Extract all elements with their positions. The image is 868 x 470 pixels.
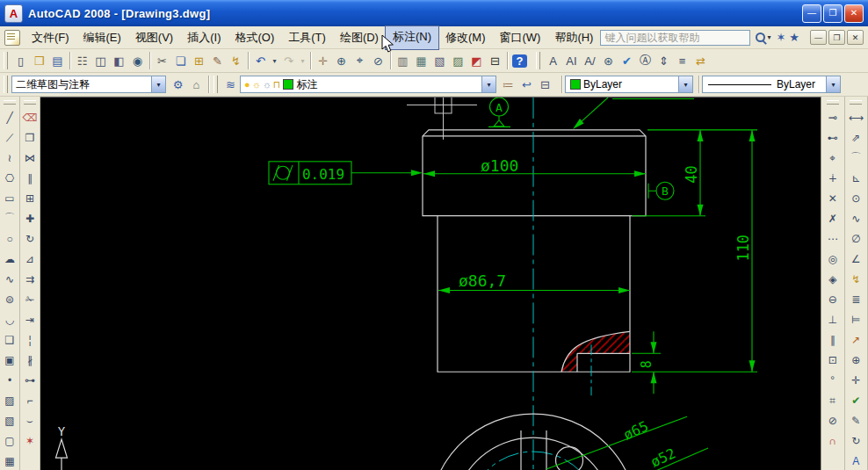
diameter-dimension-button[interactable]: ∅ [847, 228, 865, 249]
snap-endpoint-button[interactable]: ⌖ [823, 148, 842, 168]
arc-length-dimension-button[interactable]: ⌒ [847, 148, 865, 168]
jogged-dimension-button[interactable]: ∿ [847, 208, 865, 228]
copy-object-button[interactable]: ❐ [21, 127, 40, 148]
layer-properties-manager-button[interactable]: ≋ [221, 76, 240, 94]
undo-button[interactable]: ↶ [251, 52, 270, 70]
layer-vp-freeze-icon[interactable]: ☼ [263, 79, 271, 90]
table-button[interactable]: ▦ [1, 451, 19, 470]
menu-edit[interactable]: 编辑(E) [76, 26, 128, 49]
toolbar-grip[interactable] [24, 100, 36, 105]
gradient-button[interactable]: ▧ [1, 410, 19, 430]
paste-button[interactable]: ⊞ [190, 52, 208, 70]
communication-center-icon[interactable]: ✶ [776, 31, 785, 44]
angular-dimension-button[interactable]: ∠ [847, 249, 865, 269]
layer-freeze-icon[interactable]: ☼ [252, 79, 261, 90]
single-line-text-button[interactable]: AI [562, 52, 581, 70]
ellipse-arc-button[interactable]: ◡ [1, 309, 19, 329]
snap-quadrant-button[interactable]: ◈ [823, 269, 842, 289]
undo-dropdown-button[interactable]: ▾ [270, 52, 279, 70]
document-close-button[interactable]: ✕ [847, 30, 864, 45]
search-dropdown-icon[interactable]: ▾ [767, 33, 770, 41]
move-button[interactable]: ✚ [21, 208, 40, 228]
layer-on-icon[interactable]: ● [244, 79, 250, 90]
array-button[interactable]: ⊞ [21, 188, 40, 208]
mirror-button[interactable]: ⋈ [21, 148, 40, 168]
linear-dimension-button[interactable]: ⟷ [847, 107, 865, 127]
snap-insert-button[interactable]: ⊡ [823, 350, 842, 370]
plot-preview-button[interactable]: ◫ [91, 52, 110, 70]
document-minimize-button[interactable]: — [810, 30, 827, 45]
help-search-input[interactable] [600, 30, 750, 46]
menu-format[interactable]: 格式(O) [228, 26, 281, 49]
dimension-text-edit-button[interactable]: ✎ [847, 410, 865, 430]
rotate-button[interactable]: ↻ [21, 228, 40, 249]
menu-view[interactable]: 视图(V) [128, 26, 180, 49]
toolbar-grip[interactable] [4, 76, 8, 93]
snap-from-button[interactable]: ⊷ [823, 127, 842, 148]
plot-button[interactable]: ☷ [73, 52, 91, 70]
erase-button[interactable]: ⌫ [21, 107, 40, 127]
snap-midpoint-button[interactable]: ∔ [823, 168, 842, 188]
layer-previous-button[interactable]: ↩ [517, 76, 536, 94]
make-object-layer-current-button[interactable]: ≔ [499, 76, 517, 94]
line-button[interactable]: ╱ [1, 107, 19, 127]
justify-text-button[interactable]: ≡ [673, 52, 691, 70]
menu-tools[interactable]: 工具(T) [281, 26, 333, 49]
hatch-button[interactable]: ▨ [1, 390, 19, 410]
combo-arrow-icon[interactable]: ▾ [481, 76, 495, 92]
snap-extension-button[interactable]: ⋯ [823, 228, 842, 249]
make-block-button[interactable]: ▣ [1, 350, 19, 370]
pan-realtime-button[interactable]: ✛ [314, 52, 332, 70]
center-mark-button[interactable]: ✛ [847, 370, 865, 390]
snap-none-button[interactable]: ⊘ [823, 410, 842, 430]
rectangle-button[interactable]: ▭ [1, 188, 19, 208]
menu-window[interactable]: 窗口(W) [492, 26, 547, 49]
snap-center-button[interactable]: ◎ [823, 249, 842, 269]
polyline-button[interactable]: ≀ [1, 148, 19, 168]
color-control-combo[interactable]: ByLayer ▾ [565, 76, 693, 93]
save-button[interactable]: ▤ [48, 52, 67, 70]
revision-cloud-button[interactable]: ☁ [1, 249, 19, 269]
favorites-star-icon[interactable]: ★ [789, 31, 799, 44]
snap-perpendicular-button[interactable]: ⊥ [823, 309, 842, 329]
scale-text-button[interactable]: ⇕ [655, 52, 673, 70]
combo-arrow-icon[interactable]: ▾ [678, 76, 692, 92]
snap-tangent-button[interactable]: ⊖ [823, 289, 842, 309]
quick-leader-button[interactable]: ↗ [847, 329, 865, 350]
layer-states-button[interactable]: ⊟ [536, 76, 554, 94]
tool-palettes-button[interactable]: ▧ [430, 52, 449, 70]
chamfer-button[interactable]: ⌐ [21, 390, 40, 410]
workspace-settings-button[interactable]: ⚙ [169, 76, 187, 94]
snap-intersection-button[interactable]: ✕ [823, 188, 842, 208]
break-at-point-button[interactable]: ¦ [21, 329, 40, 350]
zoom-realtime-button[interactable]: ⊕ [332, 52, 351, 70]
osnap-settings-button[interactable]: ∩ [823, 430, 842, 451]
redo-dropdown-button[interactable]: ▾ [298, 52, 307, 70]
redo-button[interactable]: ↷ [279, 52, 298, 70]
fillet-button[interactable]: ⌣ [21, 410, 40, 430]
window-close-button[interactable]: ✕ [844, 4, 864, 23]
radius-dimension-button[interactable]: ⊙ [847, 188, 865, 208]
toolbar-grip[interactable] [827, 100, 839, 105]
help-button[interactable]: ? [510, 52, 529, 70]
3d-dwf-button[interactable]: ◉ [128, 52, 147, 70]
offset-button[interactable]: ∥ [21, 168, 40, 188]
quick-calc-button[interactable]: ⊟ [486, 52, 504, 70]
toolbar-grip[interactable] [213, 76, 218, 93]
zoom-previous-button[interactable]: ⊘ [369, 52, 387, 70]
copy-button[interactable]: ❏ [171, 52, 190, 70]
construction-line-button[interactable]: ⟋ [1, 127, 19, 148]
polygon-button[interactable]: ⎔ [1, 168, 19, 188]
my-workspace-button[interactable]: ⌂ [187, 76, 206, 94]
break-button[interactable]: ∦ [21, 350, 40, 370]
aligned-dimension-button[interactable]: ⇗ [847, 127, 865, 148]
find-replace-button[interactable]: ⊛ [599, 52, 618, 70]
document-restore-button[interactable]: ❐ [828, 30, 845, 45]
center-target-block[interactable] [407, 98, 477, 140]
join-button[interactable]: ⊶ [21, 370, 40, 390]
properties-button[interactable]: ▥ [394, 52, 412, 70]
text-style-button[interactable]: Ⓐ [636, 52, 655, 70]
extend-button[interactable]: ⇥ [21, 309, 40, 329]
zoom-window-button[interactable]: ⌖ [351, 52, 369, 70]
tolerance-button[interactable]: ⊕ [847, 350, 865, 370]
